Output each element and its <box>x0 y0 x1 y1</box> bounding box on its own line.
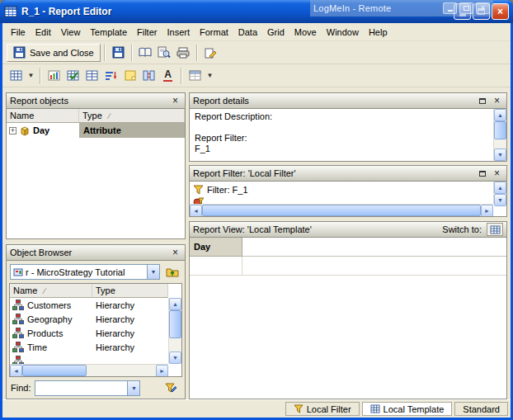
list-item[interactable]: Geography Hierarchy <box>10 312 168 326</box>
menu-window[interactable]: Window <box>322 25 364 40</box>
row-axis-header[interactable]: Day <box>190 238 242 257</box>
logmein-minimize-button[interactable] <box>443 2 457 14</box>
horizontal-scrollbar[interactable]: ◄ ► <box>10 364 168 376</box>
scrollbar-thumb[interactable] <box>494 121 506 139</box>
scroll-left-icon[interactable]: ◄ <box>190 205 202 217</box>
swap-rows-columns-icon[interactable] <box>139 67 158 85</box>
edit-note-icon[interactable] <box>201 44 220 62</box>
format-text-icon[interactable]: A <box>158 67 177 85</box>
view-selector-button[interactable] <box>487 223 503 236</box>
list-item[interactable]: Time Hierarchy <box>10 340 168 354</box>
column-header-type[interactable]: Type∕ <box>79 109 185 123</box>
vertical-scrollbar[interactable]: ▲ ▼ <box>493 109 506 161</box>
list-item-clipped[interactable] <box>10 354 168 364</box>
logmein-maximize-button[interactable] <box>459 2 473 14</box>
sort-indicator-icon: ∕ <box>44 286 45 295</box>
logmein-close-button[interactable]: × <box>476 2 490 14</box>
menu-filter[interactable]: Filter <box>132 25 162 40</box>
scroll-up-icon[interactable]: ▲ <box>494 109 506 121</box>
menu-data[interactable]: Data <box>233 25 262 40</box>
scroll-left-icon[interactable]: ◄ <box>10 365 22 377</box>
grid-empty-row[interactable] <box>190 257 506 276</box>
column-header-name[interactable]: Name∕ <box>10 284 92 298</box>
project-combobox[interactable]: r - MicroStrategy Tutorial ▼ <box>10 264 160 280</box>
grid-cell[interactable] <box>190 257 242 275</box>
filter-row[interactable]: Filter: F_1 <box>190 182 506 196</box>
object-browser-list: Name∕ Type Customers Hierarchy Geography… <box>9 283 182 377</box>
print-preview-icon[interactable] <box>155 44 174 62</box>
find-label: Find: <box>11 383 31 393</box>
project-icon <box>13 267 23 277</box>
status-tab-local-filter[interactable]: Local Filter <box>285 402 360 416</box>
filter-funnel-icon <box>193 185 204 195</box>
report-details-book-icon[interactable] <box>136 44 155 62</box>
scroll-down-icon[interactable]: ▼ <box>169 352 181 364</box>
print-icon[interactable] <box>174 44 193 62</box>
horizontal-scrollbar[interactable]: ◄ ► <box>190 204 493 216</box>
report-filter-body: Filter: F_1 ▲ ▼ ◄ ► <box>190 182 506 216</box>
design-view-icon[interactable] <box>7 67 26 85</box>
graph-view-icon[interactable] <box>45 67 64 85</box>
status-bar: Local Filter Local Template Standard <box>2 399 511 418</box>
restore-pane-button[interactable] <box>476 95 488 106</box>
scrollbar-thumb[interactable] <box>202 205 481 216</box>
vertical-scrollbar[interactable]: ▲ ▼ <box>168 298 181 364</box>
filter-search-button[interactable] <box>162 380 181 397</box>
chevron-down-icon[interactable]: ▼ <box>127 381 139 395</box>
find-combobox[interactable]: ▼ <box>35 380 140 396</box>
status-tab-standard[interactable]: Standard <box>454 402 508 416</box>
close-icon: × <box>172 96 178 106</box>
menu-move[interactable]: Move <box>289 25 322 40</box>
column-label: Name <box>13 286 37 295</box>
scrollbar-thumb[interactable] <box>169 310 181 338</box>
scroll-down-icon[interactable]: ▼ <box>494 194 506 206</box>
panel-title: Report objects <box>10 96 167 106</box>
report-filter-panel: Report Filter: 'Local Filter' × Filter: … <box>189 165 507 217</box>
autostyle-icon[interactable] <box>186 67 205 85</box>
sort-icon[interactable] <box>101 67 120 85</box>
column-header-name[interactable]: Name <box>7 109 79 123</box>
folder-up-button[interactable] <box>162 263 181 281</box>
close-panel-button[interactable]: × <box>491 95 503 106</box>
standard-toolbar: Save and Close <box>2 41 511 64</box>
scrollbar-track[interactable] <box>494 139 506 149</box>
restore-pane-button[interactable] <box>476 168 488 179</box>
vertical-scrollbar[interactable]: ▲ ▼ <box>493 182 506 204</box>
menu-view[interactable]: View <box>56 25 86 40</box>
autostyle-dropdown[interactable]: ▼ <box>205 67 215 85</box>
save-and-close-button[interactable]: Save and Close <box>7 44 101 62</box>
grid-view-icon[interactable] <box>82 67 101 85</box>
close-panel-button[interactable]: × <box>169 247 181 258</box>
scroll-down-icon[interactable]: ▼ <box>494 149 506 161</box>
status-tab-local-template[interactable]: Local Template <box>362 402 453 416</box>
close-panel-button[interactable]: × <box>169 95 181 106</box>
menu-edit[interactable]: Edit <box>31 25 56 40</box>
menu-template[interactable]: Template <box>85 25 132 40</box>
menu-insert[interactable]: Insert <box>162 25 195 40</box>
report-object-row[interactable]: + Day Attribute <box>7 123 185 138</box>
workspace: Report objects × Name Type∕ + Day Attrib… <box>2 87 511 399</box>
close-panel-button[interactable]: × <box>491 168 503 179</box>
column-header-type[interactable]: Type <box>92 284 168 298</box>
scroll-up-icon[interactable]: ▲ <box>494 182 506 194</box>
scrollbar-track[interactable] <box>87 365 156 376</box>
grid-check-view-icon[interactable] <box>64 67 82 85</box>
chevron-down-icon[interactable]: ▼ <box>147 265 159 279</box>
object-browser-panel: Object Browser × r - MicroStrategy Tutor… <box>6 244 186 399</box>
view-mode-dropdown[interactable]: ▼ <box>26 67 36 85</box>
list-item[interactable]: Products Hierarchy <box>10 326 168 340</box>
scroll-up-icon[interactable]: ▲ <box>169 298 181 310</box>
menu-help[interactable]: Help <box>364 25 393 40</box>
menu-format[interactable]: Format <box>195 25 233 40</box>
scrollbar-thumb[interactable] <box>22 365 87 376</box>
scroll-right-icon[interactable]: ► <box>156 365 168 377</box>
page-by-icon[interactable] <box>120 67 139 85</box>
menu-grid[interactable]: Grid <box>262 25 289 40</box>
scroll-right-icon[interactable]: ► <box>481 205 493 217</box>
close-button[interactable]: × <box>492 3 509 20</box>
save-button[interactable] <box>109 44 128 62</box>
menu-file[interactable]: File <box>6 25 31 40</box>
list-item[interactable]: Customers Hierarchy <box>10 298 168 312</box>
expand-icon[interactable]: + <box>9 127 16 134</box>
scrollbar-track[interactable] <box>169 338 181 352</box>
